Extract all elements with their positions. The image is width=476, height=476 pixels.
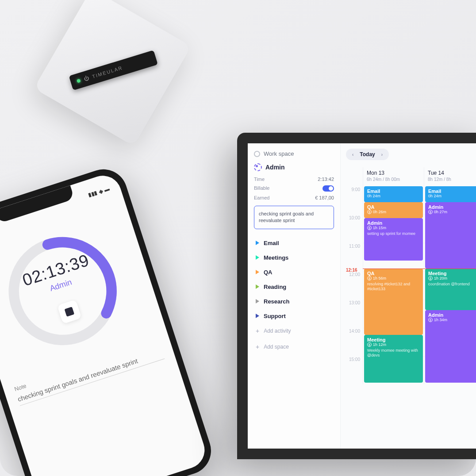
stat-earned: Earned € 187,00 bbox=[254, 195, 334, 200]
activity-item[interactable]: Research bbox=[254, 295, 334, 308]
now-label: 12:16 bbox=[346, 267, 357, 273]
event-note: setting up sprint for momee bbox=[367, 231, 420, 236]
activity-item[interactable]: QA bbox=[254, 265, 334, 279]
play-icon bbox=[256, 314, 259, 318]
calendar-hours: 9:0010:0011:0012:0013:0014:0015:0012:16 bbox=[346, 186, 363, 384]
tracker-cube: ⏻ TIMEULAR bbox=[27, 1, 211, 185]
event-duration: $1h 12m bbox=[367, 342, 420, 347]
calendar-day-header: Mon 136h 24m / 8h 00m bbox=[363, 167, 424, 186]
calendar-columns: Email0h 24mQA$0h 26mAdmin$1h 15msetting … bbox=[363, 186, 476, 384]
activity-indicator-icon bbox=[254, 163, 262, 171]
calendar-event[interactable]: QA$0h 26m bbox=[364, 202, 423, 218]
day-name: Mon 13 bbox=[367, 170, 420, 176]
workspace-header[interactable]: Work space bbox=[254, 150, 334, 157]
dollar-icon: $ bbox=[367, 226, 372, 230]
activity-label: QA bbox=[264, 269, 273, 276]
event-title: Email bbox=[428, 188, 476, 194]
activity-label: Research bbox=[264, 298, 290, 305]
workspace-label: Work space bbox=[264, 150, 294, 157]
event-note: coordination @frontend bbox=[428, 282, 476, 287]
tracker-device: ⏻ TIMEULAR bbox=[27, 1, 211, 185]
activity-item[interactable]: Meetings bbox=[254, 251, 334, 265]
dollar-icon: $ bbox=[428, 318, 433, 322]
current-activity-name: Admin bbox=[265, 164, 285, 171]
add-space-button[interactable]: + Add space bbox=[254, 339, 334, 355]
today-selector[interactable]: ‹ Today › bbox=[346, 149, 389, 160]
activity-item[interactable]: Support bbox=[254, 309, 334, 323]
event-title: Admin bbox=[428, 204, 476, 210]
event-duration: $1h 56m bbox=[367, 276, 420, 280]
event-title: Meeting bbox=[367, 337, 420, 342]
event-duration: 0h 24m bbox=[367, 194, 420, 198]
event-note: resolving #ticket132 and #ticket133 bbox=[367, 282, 420, 292]
hour-label: 10:00 bbox=[346, 215, 360, 243]
event-duration: $0h 26m bbox=[367, 210, 420, 214]
dollar-icon: $ bbox=[367, 210, 372, 214]
add-activity-button[interactable]: + Add activity bbox=[254, 323, 334, 339]
stat-billable: Billable bbox=[254, 185, 334, 192]
calendar-event[interactable]: Admin$1h 15msetting up sprint for momee bbox=[364, 218, 423, 261]
calendar-header: Mon 136h 24m / 8h 00mTue 148h 12m / 8h bbox=[363, 167, 476, 186]
stat-time: Time 2:13:42 bbox=[254, 177, 334, 182]
activity-list: EmailMeetingsQAReadingResearchSupport bbox=[254, 236, 334, 323]
play-icon bbox=[256, 255, 259, 260]
activity-label: Email bbox=[264, 240, 279, 246]
signal-icon: ▮▮▮ bbox=[87, 189, 98, 198]
event-note: Weekly momee meeting with @devs bbox=[367, 348, 420, 358]
phone-device: 15:37 ◂ ▮▮▮ ◈ ▬ 02:13:39 Admin bbox=[0, 163, 217, 476]
plus-icon: + bbox=[256, 343, 259, 350]
stat-billable-label: Billable bbox=[254, 185, 269, 192]
activity-item[interactable]: Reading bbox=[254, 280, 334, 294]
today-label: Today bbox=[360, 151, 375, 157]
calendar-panel: ‹ Today › Mon 136h 24m / 8h 00mTue 148h … bbox=[341, 143, 476, 449]
calendar-event[interactable]: QA$1h 56mresolving #ticket132 and #ticke… bbox=[364, 269, 423, 335]
activity-label: Reading bbox=[264, 284, 286, 290]
event-duration: $1h 34m bbox=[428, 318, 476, 322]
workspace-icon bbox=[254, 151, 260, 157]
billable-toggle[interactable] bbox=[322, 185, 334, 192]
stop-icon bbox=[64, 307, 74, 317]
play-icon bbox=[256, 270, 259, 274]
timer-ring: 02:13:39 Admin bbox=[0, 219, 135, 364]
play-icon bbox=[256, 241, 259, 245]
calendar-event[interactable]: Email0h 24m bbox=[364, 186, 423, 202]
dollar-icon: $ bbox=[367, 276, 372, 280]
event-title: Email bbox=[367, 188, 420, 194]
calendar-event[interactable]: Admin$1h 34m bbox=[425, 310, 476, 383]
play-icon bbox=[256, 284, 259, 289]
laptop-screen: Work space Admin Time 2:13:42 Billable E… bbox=[248, 143, 476, 449]
calendar-event[interactable]: Meeting$1h 20mcoordination @frontend bbox=[425, 269, 476, 310]
phone-frame: 15:37 ◂ ▮▮▮ ◈ ▬ 02:13:39 Admin bbox=[0, 163, 217, 476]
phone-status-icons: ▮▮▮ ◈ ▬ bbox=[87, 185, 110, 198]
calendar-column-mon[interactable]: Email0h 24mQA$0h 26mAdmin$1h 15msetting … bbox=[363, 186, 424, 384]
event-title: Admin bbox=[428, 312, 476, 318]
calendar-event[interactable]: Meeting$1h 12mWeekly momee meeting with … bbox=[364, 335, 423, 383]
dollar-icon: $ bbox=[428, 276, 433, 280]
power-icon: ⏻ bbox=[83, 75, 90, 82]
hour-label: 15:00 bbox=[346, 356, 360, 384]
play-icon bbox=[256, 299, 259, 303]
event-duration: $1h 15m bbox=[367, 226, 420, 230]
hour-label: 12:00 bbox=[346, 271, 360, 299]
stat-time-value: 2:13:42 bbox=[318, 177, 334, 182]
event-title: Meeting bbox=[428, 271, 476, 276]
calendar-column-tue[interactable]: Email0h 24mAdmin$0h 27mMeeting$1h 20mcoo… bbox=[424, 186, 476, 384]
day-name: Tue 14 bbox=[428, 170, 476, 176]
day-stats: 6h 24m / 8h 00m bbox=[367, 177, 420, 182]
calendar-event[interactable]: Email0h 24m bbox=[425, 186, 476, 202]
activity-label: Support bbox=[264, 313, 286, 319]
current-activity-row[interactable]: Admin bbox=[254, 163, 334, 171]
phone-screen: 15:37 ◂ ▮▮▮ ◈ ▬ 02:13:39 Admin bbox=[0, 171, 209, 476]
hour-label: 14:00 bbox=[346, 328, 360, 356]
chevron-left-icon[interactable]: ‹ bbox=[352, 152, 353, 157]
event-duration: $1h 20m bbox=[428, 276, 476, 280]
stat-time-label: Time bbox=[254, 177, 265, 182]
stat-earned-label: Earned bbox=[254, 195, 269, 200]
activity-item[interactable]: Email bbox=[254, 236, 334, 250]
note-textarea[interactable]: checking sprint goals and reevaluate spr… bbox=[254, 206, 334, 229]
sidebar: Work space Admin Time 2:13:42 Billable E… bbox=[248, 143, 341, 449]
calendar-event[interactable]: Admin$0h 27m bbox=[425, 202, 476, 269]
event-title: Admin bbox=[367, 220, 420, 226]
chevron-right-icon[interactable]: › bbox=[381, 152, 383, 157]
power-led-icon bbox=[77, 79, 81, 83]
